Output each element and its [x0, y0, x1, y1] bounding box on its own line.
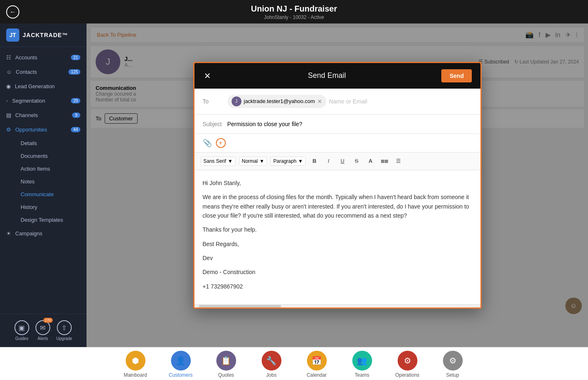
setup-label: Setup	[446, 372, 459, 378]
customers-icon: 👤	[171, 351, 191, 371]
mainboard-label: Mainboard	[124, 372, 147, 378]
body-greeting: Hi John Stanly,	[203, 178, 472, 188]
sidebar-sub-history[interactable]: History	[14, 201, 87, 213]
to-field: To J jacktrade.tester1@yahoo.com ✕ Name …	[194, 89, 480, 115]
guides-icon: ▣	[14, 320, 29, 335]
highlight-button[interactable]: ▦▦	[379, 156, 390, 167]
email-modal: ✕ Send Email Send To J jacktrade.tester1…	[193, 62, 482, 309]
list-button[interactable]: ☰	[393, 156, 404, 167]
calendar-label: Calendar	[307, 372, 327, 378]
bold-button[interactable]: B	[309, 156, 320, 167]
send-email-button[interactable]: Send	[441, 69, 472, 82]
sidebar-item-channels[interactable]: ▤ Channels 9	[0, 108, 87, 122]
segmentation-icon: ◦	[6, 98, 8, 104]
sidebar-sub-design-templates[interactable]: Design Templates	[14, 213, 87, 226]
modal-close-button[interactable]: ✕	[203, 71, 213, 81]
sidebar-sub-menu: Details Documents Action Items Notes Com…	[0, 137, 87, 226]
bottom-nav-jobs[interactable]: 🔧 Jobs	[249, 351, 294, 378]
paragraph-select[interactable]: Paragraph ▼	[270, 157, 306, 166]
subject-text[interactable]: Permission to close your file?	[227, 121, 472, 127]
bottom-nav-quotes[interactable]: 📋 Quotes	[204, 351, 249, 378]
sidebar-item-contacts[interactable]: ☺ Contacts 125	[0, 65, 87, 79]
back-button[interactable]: ←	[6, 5, 19, 19]
logo-icon: JT	[6, 28, 19, 42]
setup-icon: ⚙	[443, 351, 463, 371]
campaigns-icon: ☀	[6, 230, 11, 237]
operations-label: Operations	[395, 372, 419, 378]
top-header: ← Union NJ - Fundraiser JohnStanly - 100…	[0, 0, 588, 23]
upgrade-icon: ⇧	[57, 320, 72, 335]
recipient-avatar: J	[232, 96, 241, 106]
attachment-icon[interactable]: 📎	[203, 138, 212, 148]
sidebar-logo: JT JACKTRADE™	[0, 23, 87, 47]
sidebar-nav: ☷ Accounts 21 ☺ Contacts 125 ◉ Lead Gene…	[0, 47, 87, 314]
sidebar-item-campaigns[interactable]: ☀ Campaigns	[0, 226, 87, 241]
italic-button[interactable]: I	[323, 156, 334, 167]
bottom-nav-mainboard[interactable]: ⬢ Mainboard	[113, 351, 158, 378]
calendar-icon: 📅	[307, 351, 327, 371]
alerts-item[interactable]: ✉ 270 Alerts	[35, 320, 50, 341]
sidebar-sub-details[interactable]: Details	[14, 137, 87, 150]
content-area: Back To Pipeline 📸 f ▶ in ✈ ⁝ J J... A..…	[87, 23, 588, 347]
add-attachment-button[interactable]: +	[216, 138, 226, 148]
sidebar-item-opportunities[interactable]: ⚙ Opportunities 44	[0, 122, 87, 137]
subject-field: Subject Permission to close your file?	[194, 115, 480, 134]
page-title: Union NJ - Fundraiser	[0, 4, 588, 14]
mainboard-icon: ⬢	[126, 351, 145, 371]
sidebar-item-accounts[interactable]: ☷ Accounts 21	[0, 50, 87, 65]
operations-icon: ⚙	[398, 351, 417, 371]
sidebar-bottom-icons: ▣ Guides ✉ 270 Alerts ⇧ Upgrade	[0, 314, 87, 347]
sidebar-sub-action-items[interactable]: Action Items	[14, 162, 87, 175]
bottom-nav-setup[interactable]: ⚙ Setup	[430, 351, 476, 378]
quotes-icon: 📋	[216, 351, 236, 371]
sidebar-sub-communicate[interactable]: Communicate	[14, 188, 87, 201]
bottom-nav-calendar[interactable]: 📅 Calendar	[294, 351, 340, 378]
jobs-label: Jobs	[266, 372, 276, 378]
email-chips: J jacktrade.tester1@yahoo.com ✕ Name or …	[227, 95, 472, 108]
channels-icon: ▤	[6, 112, 11, 118]
horizontal-scrollbar[interactable]	[194, 304, 480, 307]
font-color-button[interactable]: A	[365, 156, 376, 167]
font-size-select[interactable]: Normal ▼	[239, 157, 267, 166]
bottom-nav-customers[interactable]: 👤 Customers	[158, 351, 204, 378]
recipient-email: jacktrade.tester1@yahoo.com	[244, 98, 315, 104]
body-regards: Best Regards,	[203, 239, 472, 249]
font-family-select[interactable]: Sans Serif ▼	[201, 157, 236, 166]
email-chip: J jacktrade.tester1@yahoo.com ✕	[227, 95, 327, 108]
modal-body: To J jacktrade.tester1@yahoo.com ✕ Name …	[194, 89, 480, 305]
bottom-nav-operations[interactable]: ⚙ Operations	[385, 351, 430, 378]
modal-title: Send Email	[308, 71, 346, 80]
upgrade-item[interactable]: ⇧ Upgrade	[56, 320, 72, 341]
quotes-label: Quotes	[218, 372, 234, 378]
email-input-placeholder[interactable]: Name or Email	[329, 98, 367, 105]
scrollbar-thumb[interactable]	[199, 305, 281, 307]
teams-label: Teams	[355, 372, 369, 378]
sidebar-sub-documents[interactable]: Documents	[14, 150, 87, 162]
guides-item[interactable]: ▣ Guides	[14, 320, 29, 341]
to-label: To	[203, 98, 223, 105]
lead-gen-icon: ◉	[6, 83, 11, 89]
accounts-icon: ☷	[6, 54, 11, 61]
strikethrough-button[interactable]: S	[351, 156, 362, 167]
contacts-icon: ☺	[6, 69, 12, 75]
opportunities-icon: ⚙	[6, 127, 11, 133]
jobs-icon: 🔧	[262, 351, 281, 371]
email-body[interactable]: Hi John Stanly, We are in the process of…	[194, 170, 480, 305]
body-phone: +1 7329867902	[203, 282, 472, 291]
attachment-row: 📎 +	[194, 134, 480, 152]
body-paragraph1: We are in the process of closing files f…	[203, 192, 472, 220]
sidebar-sub-notes[interactable]: Notes	[14, 175, 87, 188]
bottom-nav-teams[interactable]: 👥 Teams	[340, 351, 385, 378]
customers-label: Customers	[169, 372, 192, 378]
sidebar-item-lead-generation[interactable]: ◉ Lead Generation	[0, 79, 87, 94]
alerts-icon: ✉ 270	[35, 320, 50, 335]
remove-recipient-button[interactable]: ✕	[317, 98, 322, 105]
underline-button[interactable]: U	[337, 156, 348, 167]
teams-icon: 👥	[352, 351, 372, 371]
sidebar-item-segmentation[interactable]: ◦ Segmentation 29	[0, 94, 87, 108]
editor-toolbar: Sans Serif ▼ Normal ▼ Paragraph ▼ B I U …	[194, 152, 480, 170]
subject-label: Subject	[203, 121, 223, 127]
logo-text: JACKTRADE™	[23, 32, 68, 38]
page-subtitle: JohnStanly - 10032 - Active	[0, 14, 588, 20]
sidebar: JT JACKTRADE™ ☷ Accounts 21 ☺ Contacts 1…	[0, 23, 87, 347]
